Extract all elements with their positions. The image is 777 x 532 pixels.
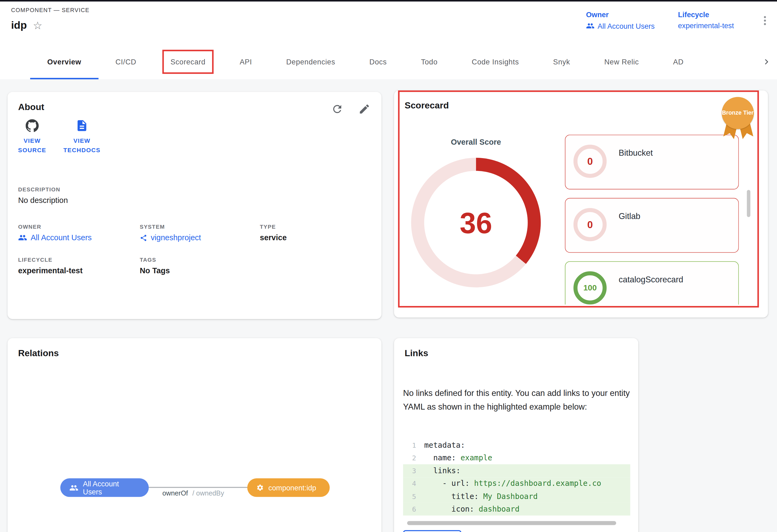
owner-field-label: OWNER [18, 224, 92, 230]
edge-label-secondary: / ownedBy [193, 489, 224, 497]
page-title: idp [11, 19, 27, 31]
relation-node-owner-label: All Account Users [83, 480, 140, 496]
score-name: catalogScorecard [619, 275, 683, 284]
score-circle: 0 [573, 145, 607, 178]
overall-score-gauge: 36 [411, 158, 541, 287]
description-label: DESCRIPTION [18, 186, 68, 192]
code-key: links: [424, 466, 460, 476]
header-lifecycle-block: Lifecycle experimental-test [678, 10, 734, 29]
overall-score-label: Overall Score [411, 138, 541, 147]
line-number: 3 [403, 467, 416, 475]
edge-label-primary: ownerOf [162, 489, 188, 497]
tab-new-relic[interactable]: New Relic [587, 44, 656, 80]
tab-cicd[interactable]: CI/CD [98, 44, 153, 80]
tab-scorecard[interactable]: Scorecard [153, 44, 223, 80]
code-key: icon: [424, 505, 479, 514]
bronze-tier-badge: Bronze Tier [722, 97, 755, 129]
tab-code-insights[interactable]: Code Insights [455, 44, 536, 80]
code-line-highlighted: 4 - url: https://dashboard.example.co [403, 477, 630, 490]
scorecard-card: Scorecard Bronze Tier Overall Score 36 0… [394, 91, 768, 317]
chevron-right-icon [761, 56, 772, 68]
code-value: https://dashboard.example.co [474, 479, 601, 488]
tab-docs[interactable]: Docs [352, 44, 404, 80]
relation-node-owner[interactable]: All Account Users [61, 478, 149, 497]
breadcrumb: COMPONENT — SERVICE [11, 7, 89, 13]
score-name: Bitbucket [619, 148, 653, 158]
code-value: My Dashboard [483, 492, 538, 501]
code-line: 1 metadata: [403, 438, 630, 451]
more-options-kebab-icon[interactable] [759, 14, 770, 27]
view-source-link[interactable]: VIEW SOURCE [14, 119, 50, 155]
scorecard-item-bitbucket[interactable]: 0 Bitbucket [565, 135, 739, 189]
edit-pencil-icon[interactable] [358, 103, 370, 115]
tab-snyk[interactable]: Snyk [536, 44, 587, 80]
owner-link[interactable]: All Account Users [586, 21, 655, 30]
bronze-tier-badge-label: Bronze Tier [722, 97, 754, 129]
about-card: About VIEW SOURCE VIEW TECHDOCS DESCRIPT… [7, 92, 381, 319]
links-title: Links [405, 348, 428, 359]
tags-field-value: No Tags [140, 266, 170, 275]
people-icon [586, 21, 595, 30]
app-window: COMPONENT — SERVICE idp ☆ Owner All Acco… [0, 0, 777, 532]
score-circle: 0 [573, 208, 607, 241]
owner-label: Owner [586, 10, 655, 18]
scorecard-item-gitlab[interactable]: 0 Gitlab [565, 198, 739, 253]
header-owner-block: Owner All Account Users [586, 10, 655, 30]
view-techdocs-link[interactable]: VIEW TECHDOCS [60, 119, 104, 155]
owner-value: All Account Users [598, 22, 655, 30]
tab-overview[interactable]: Overview [30, 44, 98, 80]
system-icon [140, 234, 147, 241]
overall-score-value: 36 [411, 158, 541, 287]
tab-adr[interactable]: AD [656, 44, 701, 80]
gear-icon [256, 484, 264, 492]
relation-node-component[interactable]: component:idp [247, 478, 330, 497]
line-number: 6 [403, 505, 416, 513]
scorecard-item-catalogscorecard[interactable]: 100 catalogScorecard [565, 261, 739, 304]
code-value: dashboard [479, 505, 520, 514]
code-value: example [460, 453, 492, 462]
system-field-value: vigneshproject [151, 233, 201, 242]
tab-api[interactable]: API [223, 44, 269, 80]
favorite-star-icon[interactable]: ☆ [33, 20, 42, 30]
github-icon [25, 119, 39, 132]
people-icon [18, 233, 27, 242]
relation-edge-line [149, 487, 247, 488]
lifecycle-label: Lifecycle [678, 10, 734, 18]
type-field-label: TYPE [260, 224, 287, 230]
owner-field-link[interactable]: All Account Users [18, 233, 92, 242]
tabs-scroll-right-button[interactable] [756, 44, 777, 80]
tab-dependencies[interactable]: Dependencies [269, 44, 352, 80]
line-number: 5 [403, 492, 416, 500]
score-circle: 100 [573, 271, 607, 305]
code-key: name: [424, 453, 460, 462]
line-number: 4 [403, 480, 416, 488]
links-empty-text: No links defined for this entity. You ca… [403, 387, 630, 413]
code-line-highlighted: 6 icon: dashboard [403, 503, 630, 516]
code-line-highlighted: 3 links: [403, 464, 630, 477]
tab-bar: Overview CI/CD Scorecard API Dependencie… [0, 44, 777, 80]
tab-todo[interactable]: Todo [404, 44, 455, 80]
lifecycle-field-value: experimental-test [18, 266, 83, 275]
code-key: title: [424, 492, 483, 501]
description-value: No description [18, 196, 68, 205]
tags-field-label: TAGS [140, 257, 170, 263]
about-title: About [18, 102, 44, 113]
code-horizontal-scrollbar[interactable] [407, 521, 616, 525]
scorecard-title: Scorecard [405, 100, 449, 111]
line-number: 2 [403, 454, 416, 462]
code-line-highlighted: 5 title: My Dashboard [403, 490, 630, 503]
type-field-value: service [260, 233, 287, 242]
lifecycle-value: experimental-test [678, 21, 734, 29]
code-key: metadata: [424, 440, 465, 449]
score-name: Gitlab [619, 212, 640, 221]
system-field-link[interactable]: vigneshproject [140, 233, 201, 242]
partially-visible-button[interactable] [403, 530, 461, 532]
links-card: Links No links defined for this entity. … [394, 338, 639, 532]
owner-field-value: All Account Users [31, 233, 92, 242]
line-number: 1 [403, 441, 416, 449]
view-techdocs-label: VIEW TECHDOCS [60, 136, 104, 155]
code-line: 2 name: example [403, 451, 630, 464]
refresh-icon[interactable] [331, 103, 343, 115]
relation-node-component-label: component:idp [268, 484, 316, 492]
scorecard-scrollbar[interactable] [747, 190, 750, 217]
